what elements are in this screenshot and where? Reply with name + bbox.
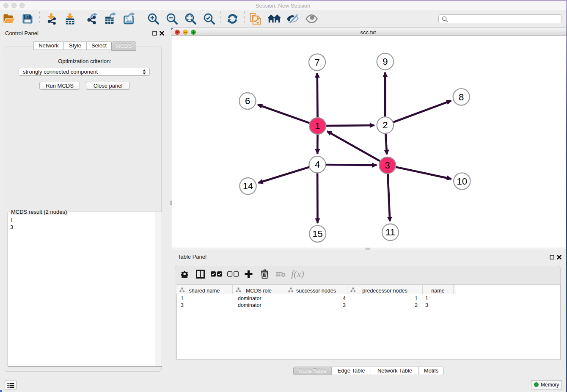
svg-text:14: 14 xyxy=(243,181,253,191)
svg-text:2: 2 xyxy=(383,120,388,130)
svg-text:3: 3 xyxy=(385,160,390,171)
svg-text:11: 11 xyxy=(385,227,395,237)
svg-text:6: 6 xyxy=(245,96,250,106)
svg-text:4: 4 xyxy=(315,159,320,170)
svg-text:10: 10 xyxy=(457,176,467,187)
svg-text:7: 7 xyxy=(314,57,319,68)
svg-text:1: 1 xyxy=(315,121,320,131)
svg-text:9: 9 xyxy=(383,56,388,67)
svg-text:8: 8 xyxy=(459,92,464,102)
svg-text:15: 15 xyxy=(312,229,322,239)
